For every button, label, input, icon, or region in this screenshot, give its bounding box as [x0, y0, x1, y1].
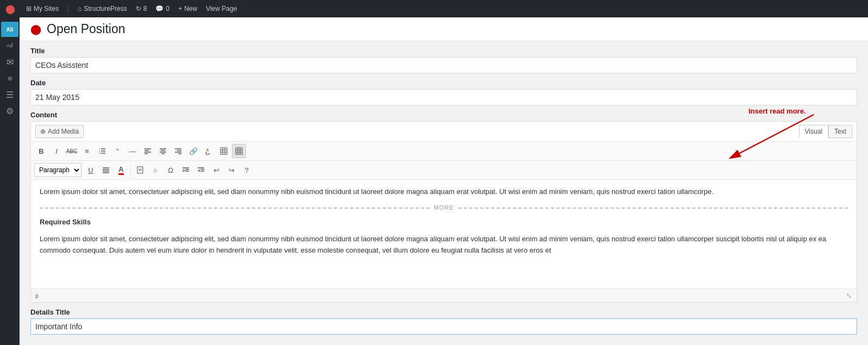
update-icon: ↻ — [136, 5, 141, 12]
content-heading: Required Skills — [40, 218, 91, 226]
unlink-button[interactable] — [202, 144, 216, 158]
svg-line-19 — [207, 149, 208, 150]
page-header: ⬤ Open Position — [20, 17, 868, 41]
resize-handle[interactable]: ⤡ — [846, 291, 852, 300]
redo-button[interactable]: ↪ — [224, 163, 238, 177]
more-divider: MORE — [40, 203, 848, 213]
svg-rect-20 — [221, 148, 227, 154]
paste-word-button[interactable]: W — [133, 163, 147, 177]
my-sites-item[interactable]: ⊞ My Sites — [26, 5, 59, 12]
svg-rect-25 — [236, 148, 242, 154]
home-icon: ⌂ — [78, 5, 81, 12]
all-icon: All — [7, 27, 14, 33]
left-sidebar: All Aɗ ✉ ⊛ ☰ ⚙ — [0, 17, 20, 345]
new-item[interactable]: + New — [178, 5, 197, 12]
special-char-button[interactable]: Ω — [163, 163, 178, 177]
structure-press-item[interactable]: ⌂ StructurePress — [78, 5, 127, 12]
title-label: Title — [30, 47, 857, 55]
sidebar-item-wp[interactable]: ⊛ — [1, 71, 18, 86]
admin-bar: ⬤ ⊞ My Sites | ⌂ StructurePress ↻ 8 💬 0 … — [0, 0, 868, 17]
visual-tab[interactable]: Visual — [799, 125, 828, 138]
more-table-button[interactable] — [232, 144, 246, 158]
title-field-group: Title — [30, 47, 857, 73]
toolbar-sep-1 — [130, 165, 131, 175]
plus-icon: + — [178, 5, 182, 12]
sidebar-item-all[interactable]: All — [1, 22, 18, 37]
help-button[interactable]: ? — [240, 163, 254, 177]
date-field-group: Date — [30, 79, 857, 105]
underline-button[interactable]: U — [84, 163, 98, 177]
date-label: Date — [30, 79, 857, 87]
sidebar-item-ad[interactable]: Aɗ — [1, 38, 18, 53]
content-label: Content — [30, 111, 857, 119]
strikethrough-button[interactable]: ABC — [65, 144, 79, 158]
menu-icon: ☰ — [6, 90, 14, 100]
more-divider-label: MORE — [430, 203, 458, 213]
align-left-button[interactable] — [141, 144, 155, 158]
structure-press-link[interactable]: StructurePress — [84, 5, 127, 12]
outdent-button[interactable] — [194, 163, 208, 177]
blockquote-button[interactable]: " — [110, 144, 124, 158]
media-icon: ⊕ — [40, 128, 46, 135]
editor-footer: p ⤡ — [31, 288, 857, 302]
comments-count: 8 — [143, 5, 147, 12]
details-title-field-group: Details Title — [30, 308, 857, 335]
date-input[interactable] — [30, 89, 857, 105]
my-sites-link[interactable]: My Sites — [34, 5, 59, 12]
page-title: Open Position — [47, 22, 125, 36]
text-color-button[interactable]: A — [114, 163, 128, 177]
ordered-list-button[interactable]: 123 — [95, 144, 109, 158]
text-tab[interactable]: Text — [828, 125, 852, 138]
wp-logo-icon: ⬤ — [5, 4, 15, 14]
svg-line-18 — [207, 150, 209, 151]
justify-button[interactable] — [99, 163, 113, 177]
sidebar-item-mail[interactable]: ✉ — [1, 54, 18, 70]
sidebar-item-settings[interactable]: ⚙ — [1, 103, 18, 118]
title-input[interactable] — [30, 57, 857, 73]
align-right-button[interactable] — [171, 144, 185, 158]
more-divider-line-right — [458, 208, 848, 209]
new-link[interactable]: New — [184, 5, 197, 12]
sidebar-item-menu[interactable]: ☰ — [1, 87, 18, 102]
media-row: ⊕ Add Media Visual Text — [31, 122, 857, 142]
horizontal-rule-button[interactable]: — — [125, 144, 140, 158]
insert-table-button[interactable] — [217, 144, 231, 158]
comments-item[interactable]: ↻ 8 — [136, 5, 147, 12]
view-page-link[interactable]: View Page — [206, 5, 237, 12]
align-center-button[interactable] — [156, 144, 170, 158]
page-header-icon: ⬤ — [30, 23, 41, 35]
svg-text:3: 3 — [99, 152, 100, 154]
link-button[interactable]: 🔗 — [186, 144, 200, 158]
main-content: ⬤ Open Position Title Date Content Inser… — [20, 17, 868, 345]
content-paragraph-1: Lorem ipsum dolor sit amet, consectetuer… — [40, 186, 848, 198]
notifications-count: 0 — [166, 5, 169, 12]
more-divider-line-left — [40, 208, 430, 209]
notification-icon: 💬 — [155, 5, 163, 12]
toolbar-row-2: Paragraph Heading 1 Heading 2 Heading 3 … — [31, 161, 857, 180]
bold-button[interactable]: B — [34, 144, 48, 158]
sites-icon: ⊞ — [26, 5, 32, 12]
add-media-button[interactable]: ⊕ Add Media — [35, 125, 84, 138]
details-title-input[interactable] — [30, 318, 857, 335]
toolbar-row-1: B I ABC ≡ 123 " — — [31, 142, 857, 161]
wp-icon: ⊛ — [8, 75, 12, 82]
editor-content[interactable]: Lorem ipsum dolor sit amet, consectetuer… — [31, 180, 857, 288]
content-area: Title Date Content Insert read more. — [20, 41, 868, 345]
details-title-label: Details Title — [30, 308, 857, 316]
clear-format-button[interactable]: ○ — [148, 163, 162, 177]
ad-icon: Aɗ — [7, 43, 13, 48]
italic-button[interactable]: I — [49, 144, 64, 158]
editor-wrapper: ⊕ Add Media Visual Text B I ABC ≡ — [30, 121, 857, 303]
content-paragraph-2: Lorem ipsum dolor sit amet, consectetuer… — [40, 234, 848, 256]
visual-text-tabs: Visual Text — [799, 125, 852, 138]
notifications-item[interactable]: 💬 0 — [155, 5, 169, 12]
unordered-list-button[interactable]: ≡ — [80, 144, 94, 158]
undo-button[interactable]: ↩ — [209, 163, 223, 177]
content-field-group: Content Insert read more. ⊕ — [30, 111, 857, 303]
mail-icon: ✉ — [7, 57, 14, 67]
svg-text:W: W — [139, 168, 142, 172]
editor-tag: p — [35, 292, 39, 299]
format-select[interactable]: Paragraph Heading 1 Heading 2 Heading 3 — [34, 163, 81, 177]
settings-icon: ⚙ — [6, 106, 14, 116]
indent-button[interactable] — [179, 163, 193, 177]
